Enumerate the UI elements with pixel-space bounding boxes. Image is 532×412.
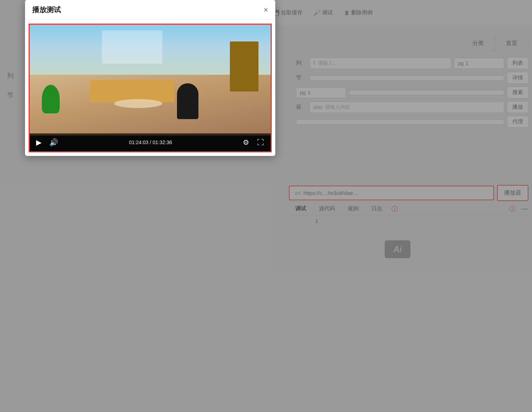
video-frame [30,25,271,136]
window [102,30,162,64]
settings-button[interactable]: ⚙ [241,137,251,147]
plant-left [42,85,60,113]
total-time: 01:32:36 [153,139,172,145]
progress-fill [30,24,249,24]
modal-overlay: 播放测试 × [0,0,532,412]
coffee-table [114,99,162,108]
bookshelf [230,41,258,92]
modal-title: 播放测试 [32,5,61,15]
time-display: 01:24:03 / 01:32:36 [65,139,236,145]
time-separator: / [150,139,153,145]
play-pause-button[interactable]: ▶ [35,137,43,147]
video-player: ▶ 🔊 01:24:03 / 01:32:36 ⚙ ⛶ [29,24,272,152]
progress-bar[interactable] [30,24,271,24]
video-controls: ▶ 🔊 01:24:03 / 01:32:36 ⚙ ⛶ [30,133,271,151]
modal-dialog: 播放测试 × [25,0,275,156]
current-time: 01:24:03 [129,139,149,145]
modal-close-button[interactable]: × [263,6,268,14]
fullscreen-button[interactable]: ⛶ [256,138,266,147]
modal-header: 播放测试 × [25,0,275,20]
volume-button[interactable]: 🔊 [48,137,60,147]
person [177,83,198,119]
